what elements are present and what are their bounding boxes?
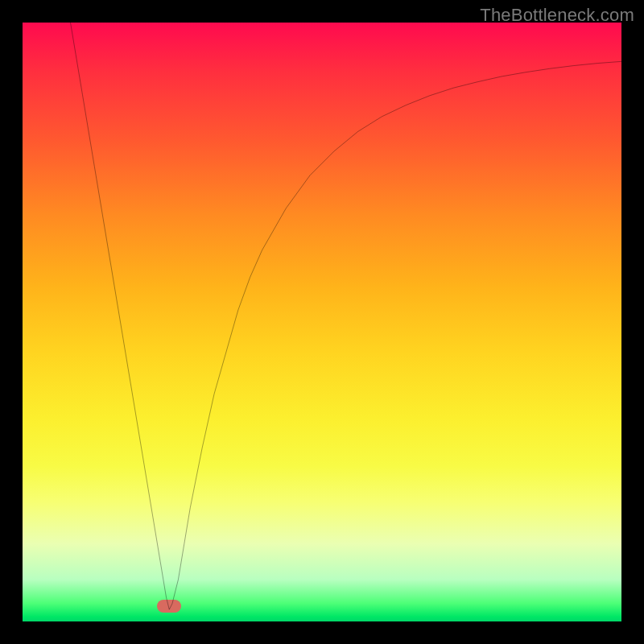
- chart-frame: TheBottleneck.com: [0, 0, 644, 644]
- plot-area: [23, 23, 621, 621]
- bottleneck-curve: [23, 23, 621, 621]
- curve-path: [71, 23, 621, 609]
